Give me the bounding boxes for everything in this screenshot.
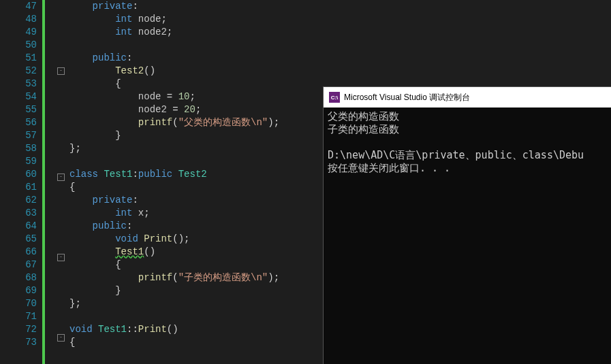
line-number: 65 — [12, 233, 37, 246]
line-number: 69 — [12, 284, 37, 297]
fold-cell — [56, 305, 68, 318]
change-indicator — [42, 0, 45, 364]
console-line: 父类的构造函数 — [328, 110, 608, 123]
fold-toggle-icon[interactable]: - — [57, 173, 65, 181]
fold-cell: - — [56, 173, 68, 186]
fold-cell — [56, 280, 68, 293]
console-title-text: Microsoft Visual Studio 调试控制台 — [344, 92, 470, 103]
console-titlebar[interactable]: C:\ Microsoft Visual Studio 调试控制台 — [324, 87, 611, 107]
fold-cell — [56, 199, 68, 212]
fold-cell — [56, 212, 68, 225]
fold-cell — [56, 318, 68, 331]
line-number: 73 — [12, 336, 37, 349]
line-number: 56 — [12, 116, 37, 129]
fold-cell — [56, 145, 68, 158]
fold-cell — [56, 347, 68, 360]
line-number: 68 — [12, 271, 37, 284]
line-number: 71 — [12, 310, 37, 323]
fold-cell: - — [56, 254, 68, 267]
fold-cell — [56, 238, 68, 251]
fold-cell — [56, 158, 68, 171]
line-number: 57 — [12, 129, 37, 142]
line-number: 66 — [12, 246, 37, 259]
line-number: 52 — [12, 65, 37, 78]
line-number: 53 — [12, 78, 37, 90]
line-number: 67 — [12, 259, 37, 271]
fold-cell — [56, 293, 68, 305]
console-line: D:\new\AD\C语言\private、public、class\Debu — [328, 149, 608, 162]
line-number: 63 — [12, 207, 37, 220]
line-number: 59 — [12, 155, 37, 168]
code-line[interactable]: Test2() — [69, 65, 611, 78]
line-number: 60 — [12, 168, 37, 181]
line-number: 64 — [12, 220, 37, 233]
line-number: 48 — [12, 13, 37, 26]
line-number: 62 — [12, 194, 37, 207]
fold-cell — [56, 93, 68, 106]
line-number-gutter: 4748495051525354555657585960616263646566… — [0, 0, 42, 364]
fold-cell — [56, 225, 68, 238]
fold-cell — [56, 0, 68, 13]
line-number: 70 — [12, 297, 37, 310]
fold-cell — [56, 26, 68, 39]
console-line: 子类的构造函数 — [328, 123, 608, 136]
fold-cell — [56, 132, 68, 145]
fold-cell — [56, 267, 68, 280]
line-number: 49 — [12, 26, 37, 39]
line-number: 47 — [12, 0, 37, 13]
code-line[interactable]: private: — [69, 0, 611, 13]
console-output[interactable]: 父类的构造函数子类的构造函数 D:\new\AD\C语言\private、pub… — [324, 107, 611, 178]
fold-toggle-icon[interactable]: - — [57, 254, 65, 261]
fold-cell — [56, 13, 68, 26]
debug-console-window[interactable]: C:\ Microsoft Visual Studio 调试控制台 父类的构造函… — [323, 86, 611, 364]
fold-cell — [56, 80, 68, 93]
line-number: 50 — [12, 39, 37, 52]
fold-cell: - — [56, 67, 68, 80]
change-margin — [42, 0, 56, 364]
line-number: 58 — [12, 142, 37, 155]
fold-cell: - — [56, 334, 68, 347]
fold-column: ---- — [56, 0, 68, 364]
fold-cell — [56, 106, 68, 119]
line-number: 54 — [12, 90, 37, 103]
console-icon: C:\ — [329, 92, 340, 103]
fold-toggle-icon[interactable]: - — [57, 334, 65, 342]
console-line: 按任意键关闭此窗口. . . — [328, 162, 608, 175]
code-line[interactable]: int node2; — [69, 26, 611, 39]
fold-cell — [56, 186, 68, 199]
code-line[interactable]: public: — [69, 52, 611, 65]
code-line[interactable] — [69, 39, 611, 52]
line-number: 61 — [12, 181, 37, 194]
fold-toggle-icon[interactable]: - — [57, 67, 65, 75]
fold-cell — [56, 39, 68, 52]
line-number: 55 — [12, 103, 37, 116]
console-line — [328, 136, 608, 149]
code-line[interactable]: int node; — [69, 13, 611, 26]
fold-cell — [56, 119, 68, 132]
line-number: 72 — [12, 323, 37, 336]
line-number: 51 — [12, 52, 37, 65]
fold-cell — [56, 52, 68, 65]
